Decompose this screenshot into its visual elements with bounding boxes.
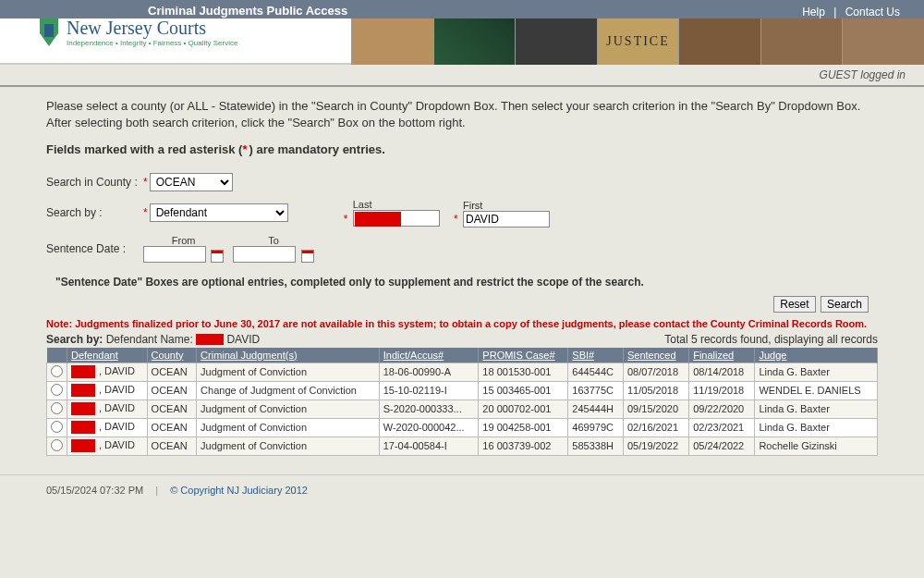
- cell-finalized: 02/23/2021: [689, 418, 755, 437]
- table-row: , DAVIDOCEANJudgment of Conviction18-06-…: [47, 363, 878, 381]
- cell-promis: 16 003739-002: [479, 437, 568, 455]
- col-sbi[interactable]: SBI#: [568, 348, 624, 363]
- cell-judge: Rochelle Gizinski: [755, 437, 878, 455]
- required-asterisk: *: [143, 176, 148, 189]
- calendar-icon[interactable]: [301, 250, 314, 263]
- logo-tagline: Independence • Integrity • Fairness • Qu…: [67, 39, 237, 47]
- cell-sentenced: 09/15/2020: [623, 400, 688, 418]
- sentence-date-note: "Sentence Date" Boxes are optional entri…: [55, 276, 878, 289]
- cell-county: OCEAN: [147, 418, 196, 437]
- calendar-icon[interactable]: [211, 250, 224, 263]
- app-title: Criminal Judgments Public Access: [148, 4, 347, 18]
- searchby-label: Search by :: [46, 206, 143, 219]
- banner-photo-strip: JUSTICE: [351, 18, 924, 65]
- cell-sbi: 245444H: [568, 400, 624, 418]
- cell-promis: 20 000702-001: [479, 400, 568, 418]
- cell-sentenced: 02/16/2021: [623, 418, 688, 437]
- cell-judgment: Judgment of Conviction: [197, 363, 380, 381]
- from-label: From: [143, 235, 224, 246]
- cell-finalized: 11/19/2018: [689, 381, 755, 400]
- banner-img-justice: JUSTICE: [597, 18, 679, 65]
- cell-indict: S-2020-000333...: [379, 400, 479, 418]
- col-judgment[interactable]: Criminal Judgment(s): [197, 348, 380, 363]
- search-button[interactable]: Search: [821, 296, 869, 313]
- table-row: , DAVIDOCEANChange of Judgment of Convic…: [47, 381, 878, 400]
- search-form: Search in County : * OCEAN Search by : *…: [46, 173, 878, 262]
- cell-sbi: 163775C: [568, 381, 624, 400]
- cell-judge: Linda G. Baxter: [755, 400, 878, 418]
- instructions-text: Please select a county (or ALL - Statewi…: [46, 98, 878, 131]
- cell-indict: 18-06-00990-A: [379, 363, 479, 381]
- cell-finalized: 08/14/2018: [689, 363, 755, 381]
- reset-button[interactable]: Reset: [773, 296, 815, 313]
- col-county[interactable]: County: [147, 348, 196, 363]
- cell-promis: 19 004258-001: [479, 418, 568, 437]
- cell-judge: WENDEL E. DANIELS: [755, 381, 878, 400]
- cell-indict: W-2020-000042...: [379, 418, 479, 437]
- row-radio[interactable]: [51, 402, 63, 414]
- county-select[interactable]: OCEAN: [150, 173, 233, 191]
- cell-promis: 15 003465-001: [479, 381, 568, 400]
- svg-rect-0: [44, 24, 54, 37]
- help-link[interactable]: Help: [802, 6, 825, 18]
- results-count: Total 5 records found, displaying all re…: [664, 333, 878, 346]
- required-asterisk: *: [143, 206, 148, 219]
- results-searchby: Search by: Defendant Name: DAVID: [46, 333, 260, 346]
- cell-promis: 18 001530-001: [479, 363, 568, 381]
- cell-judge: Linda G. Baxter: [755, 418, 878, 437]
- redacted-lastname: [71, 439, 95, 452]
- row-radio[interactable]: [51, 365, 63, 377]
- col-promis[interactable]: PROMIS Case#: [479, 348, 568, 363]
- cell-county: OCEAN: [147, 400, 196, 418]
- cell-judgment: Change of Judgment of Conviction: [197, 381, 380, 400]
- cell-defendant: , DAVID: [67, 437, 148, 455]
- date-from-input[interactable]: [143, 246, 206, 263]
- cell-sbi: 585338H: [568, 437, 624, 455]
- redacted-lastname: [71, 402, 95, 415]
- col-radio: [47, 348, 67, 363]
- col-sentenced[interactable]: Sentenced: [623, 348, 688, 363]
- banner-img-2: [433, 18, 516, 65]
- col-defendant[interactable]: Defendant: [67, 348, 148, 363]
- cell-county: OCEAN: [147, 381, 196, 400]
- contact-link[interactable]: Contact Us: [845, 6, 900, 18]
- col-finalized[interactable]: Finalized: [689, 348, 755, 363]
- required-asterisk: *: [454, 213, 458, 226]
- cell-defendant: , DAVID: [67, 381, 148, 400]
- top-banner: Criminal Judgments Public Access Help | …: [0, 0, 924, 65]
- asterisk-icon: *: [242, 142, 247, 156]
- banner-img-1: [351, 18, 433, 65]
- banner-img-5: [678, 18, 760, 65]
- cell-sentenced: 11/05/2018: [623, 381, 688, 400]
- cell-defendant: , DAVID: [67, 400, 148, 418]
- col-judge[interactable]: Judge: [755, 348, 878, 363]
- footer: 05/15/2024 07:32 PM | © Copyright NJ Jud…: [0, 474, 924, 505]
- cell-sentenced: 08/07/2018: [623, 363, 688, 381]
- date-to-input[interactable]: [233, 246, 296, 263]
- row-radio[interactable]: [51, 421, 63, 433]
- county-label: Search in County :: [46, 176, 143, 189]
- required-asterisk: *: [344, 213, 348, 226]
- availability-note: Note: Judgments finalized prior to June …: [46, 318, 878, 329]
- cell-defendant: , DAVID: [67, 363, 148, 381]
- last-name-label: Last: [344, 199, 440, 210]
- redacted-lastname: [196, 334, 224, 345]
- cell-sbi: 644544C: [568, 363, 624, 381]
- first-name-input[interactable]: [463, 211, 550, 228]
- redacted-lastname: [71, 365, 95, 378]
- mandatory-note: Fields marked with a red asterisk (*) ar…: [46, 142, 878, 156]
- cell-defendant: , DAVID: [67, 418, 148, 437]
- col-indict[interactable]: Indict/Accus#: [379, 348, 479, 363]
- sentence-date-label: Sentence Date :: [46, 242, 143, 255]
- last-name-input-redacted[interactable]: [355, 212, 401, 227]
- footer-timestamp: 05/15/2024 07:32 PM: [46, 485, 143, 496]
- searchby-select[interactable]: Defendant: [150, 203, 288, 222]
- footer-copyright-link[interactable]: © Copyright NJ Judiciary 2012: [170, 485, 308, 496]
- cell-judge: Linda G. Baxter: [755, 363, 878, 381]
- first-name-label: First: [454, 200, 550, 211]
- row-radio[interactable]: [51, 439, 63, 451]
- row-radio[interactable]: [51, 384, 63, 396]
- logo-text-main: New Jersey Courts: [67, 18, 237, 39]
- login-status: GUEST logged in: [0, 65, 924, 87]
- logo-area: New Jersey Courts Independence • Integri…: [37, 17, 237, 48]
